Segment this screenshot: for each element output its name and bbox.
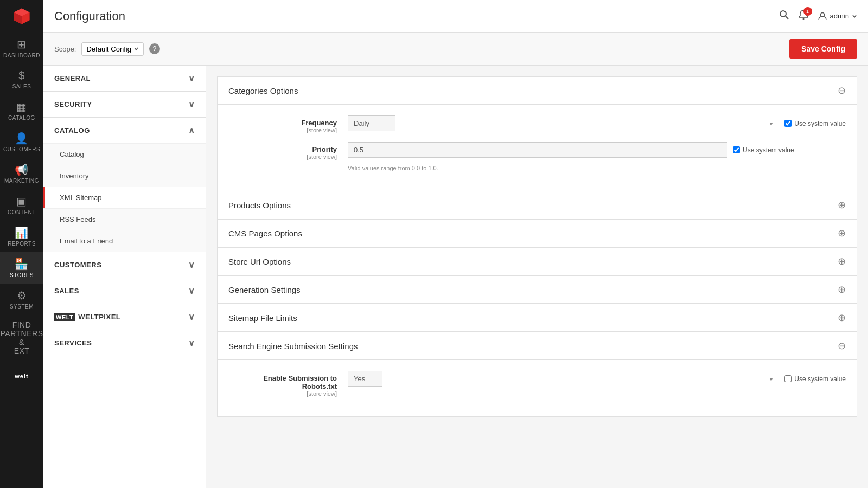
- topbar-actions: 1 admin: [778, 9, 857, 23]
- nav-section-customers-label: CUSTOMERS: [54, 261, 101, 269]
- robots-txt-row: Enable Submission to Robots.txt [store v…: [228, 371, 846, 397]
- priority-use-system-checkbox[interactable]: [733, 146, 740, 153]
- priority-input[interactable]: [348, 142, 727, 158]
- nav-item-inventory[interactable]: Inventory: [43, 165, 206, 187]
- robots-txt-label: Enable Submission to Robots.txt [store v…: [228, 371, 348, 397]
- collapse-icon: ⊖: [838, 85, 846, 97]
- sidebar-item-label: CUSTOMERS: [3, 146, 40, 152]
- frequency-use-system-value[interactable]: Use system value: [784, 120, 846, 127]
- sidebar-item-find-partners[interactable]: FINDPARTNERS&EXT: [0, 315, 43, 362]
- section-store-url-header[interactable]: Store Url Options ⊕: [218, 248, 857, 275]
- nav-section-customers[interactable]: CUSTOMERS ∨: [43, 252, 206, 278]
- help-button[interactable]: ?: [149, 43, 160, 54]
- section-products-header[interactable]: Products Options ⊕: [218, 191, 857, 219]
- section-search-engine-header[interactable]: Search Engine Submission Settings ⊖: [218, 332, 857, 360]
- priority-row: Priority [store view] Use system value: [228, 142, 846, 171]
- nav-section-catalog-label: CATALOG: [54, 126, 90, 134]
- scope-bar: Scope: Default Config ? Save Config: [43, 33, 868, 66]
- sidebar-item-label: SYSTEM: [10, 304, 34, 310]
- customers-icon: 👤: [15, 132, 29, 145]
- robots-txt-select[interactable]: Yes No: [348, 371, 382, 387]
- sidebar-item-content[interactable]: ▣ CONTENT: [0, 189, 43, 221]
- nav-section-sales[interactable]: SALES ∨: [43, 278, 206, 304]
- sidebar-item-label: MARKETING: [4, 178, 39, 184]
- expand-icon: ⊕: [838, 284, 846, 296]
- priority-use-system-value[interactable]: Use system value: [733, 146, 794, 154]
- chevron-down-icon: ∨: [188, 286, 195, 296]
- sidebar-item-stores[interactable]: 🏪 STORES: [0, 252, 43, 284]
- sidebar-item-label: CONTENT: [8, 209, 36, 215]
- notification-badge: 1: [803, 7, 812, 16]
- svg-point-2: [802, 18, 804, 20]
- nav-section-services[interactable]: SERVICES ∨: [43, 330, 206, 356]
- expand-icon: ⊕: [838, 227, 846, 239]
- robots-txt-control: Yes No Use system value: [348, 371, 846, 387]
- logo[interactable]: [0, 0, 43, 33]
- main-content: GENERAL ∨ SECURITY ∨ CATALOG ∧ Catalog I…: [43, 66, 868, 488]
- nav-section-security[interactable]: SECURITY ∨: [43, 91, 206, 117]
- section-search-engine-title: Search Engine Submission Settings: [228, 342, 358, 351]
- dashboard-icon: ⊞: [17, 38, 27, 51]
- section-generation-title: Generation Settings: [228, 285, 301, 294]
- frequency-control: Always Hourly Daily Weekly Monthly Yearl…: [348, 115, 846, 131]
- frequency-use-system-checkbox[interactable]: [784, 120, 792, 127]
- nav-section-catalog[interactable]: CATALOG ∧: [43, 117, 206, 143]
- sidebar-item-sales[interactable]: $ SALES: [0, 64, 43, 95]
- chevron-down-icon: ∨: [188, 99, 195, 110]
- sidebar-item-customers[interactable]: 👤 CUSTOMERS: [0, 126, 43, 158]
- section-categories-header[interactable]: Categories Options ⊖: [218, 77, 857, 105]
- topbar: Configuration 1 admin: [43, 0, 868, 33]
- nav-item-xml-sitemap[interactable]: XML Sitemap: [43, 187, 206, 208]
- chevron-down-icon: ∨: [188, 312, 195, 322]
- notifications-button[interactable]: 1: [798, 9, 809, 23]
- section-sitemap-header[interactable]: Sitemap File Limits ⊕: [218, 304, 857, 332]
- section-search-engine-body: Enable Submission to Robots.txt [store v…: [218, 360, 857, 416]
- frequency-select[interactable]: Always Hourly Daily Weekly Monthly Yearl…: [348, 115, 395, 131]
- nav-item-catalog[interactable]: Catalog: [43, 143, 206, 165]
- chevron-down-icon: ∨: [188, 260, 195, 270]
- section-generation-header[interactable]: Generation Settings ⊕: [218, 276, 857, 304]
- sidebar-item-dashboard[interactable]: ⊞ DASHBOARD: [0, 33, 43, 64]
- admin-menu-button[interactable]: admin: [818, 11, 857, 21]
- sidebar-item-system[interactable]: ⚙ SYSTEM: [0, 284, 43, 315]
- section-sitemap-file-limits: Sitemap File Limits ⊕: [217, 304, 857, 332]
- nav-section-weltpixel[interactable]: welt WELTPIXEL ∨: [43, 304, 206, 330]
- section-cms-pages: CMS Pages Options ⊕: [217, 220, 857, 248]
- nav-section-general-label: GENERAL: [54, 74, 91, 82]
- nav-section-security-label: SECURITY: [54, 100, 92, 108]
- sidebar-item-catalog[interactable]: ▦ CATALOG: [0, 95, 43, 126]
- priority-label: Priority [store view]: [228, 142, 348, 160]
- section-cms-header[interactable]: CMS Pages Options ⊕: [218, 220, 857, 247]
- nav-item-rss-feeds[interactable]: RSS Feeds: [43, 208, 206, 230]
- scope-label: Scope:: [54, 45, 76, 53]
- save-config-button[interactable]: Save Config: [789, 39, 857, 59]
- sidebar-item-reports[interactable]: 📊 REPORTS: [0, 221, 43, 252]
- nav-item-email-to-friend[interactable]: Email to a Friend: [43, 230, 206, 252]
- sidebar-item-label: CATALOG: [8, 115, 35, 121]
- robots-txt-use-system-value[interactable]: Use system value: [784, 375, 846, 383]
- chevron-down-icon: ∨: [188, 73, 195, 84]
- sidebar: ⊞ DASHBOARD $ SALES ▦ CATALOG 👤 CUSTOMER…: [0, 0, 43, 488]
- main-area: Configuration 1 admin Scope: Default Con…: [43, 0, 868, 488]
- section-categories-options: Categories Options ⊖ Frequency [store vi…: [217, 76, 857, 191]
- section-search-engine-submission: Search Engine Submission Settings ⊖ Enab…: [217, 332, 857, 417]
- robots-txt-use-system-checkbox[interactable]: [784, 375, 792, 382]
- priority-hint: Valid values range from 0.0 to 1.0.: [348, 165, 438, 171]
- chevron-down-icon: ∨: [188, 338, 195, 348]
- section-store-url: Store Url Options ⊕: [217, 248, 857, 276]
- section-generation-settings: Generation Settings ⊕: [217, 276, 857, 304]
- nav-section-sales-label: SALES: [54, 287, 79, 295]
- marketing-icon: 📢: [15, 163, 29, 176]
- admin-name: admin: [830, 12, 849, 20]
- nav-section-general[interactable]: GENERAL ∨: [43, 66, 206, 91]
- chevron-up-icon: ∧: [188, 125, 195, 136]
- expand-icon: ⊕: [838, 255, 846, 267]
- partners-icon: FINDPARTNERS&EXT: [1, 320, 43, 355]
- svg-point-0: [780, 11, 786, 17]
- system-icon: ⚙: [17, 289, 27, 302]
- left-nav: GENERAL ∨ SECURITY ∨ CATALOG ∧ Catalog I…: [43, 66, 206, 488]
- sidebar-welt-logo: welt: [12, 367, 30, 386]
- search-button[interactable]: [778, 9, 789, 23]
- scope-selector[interactable]: Default Config: [81, 42, 143, 56]
- sidebar-item-marketing[interactable]: 📢 MARKETING: [0, 158, 43, 189]
